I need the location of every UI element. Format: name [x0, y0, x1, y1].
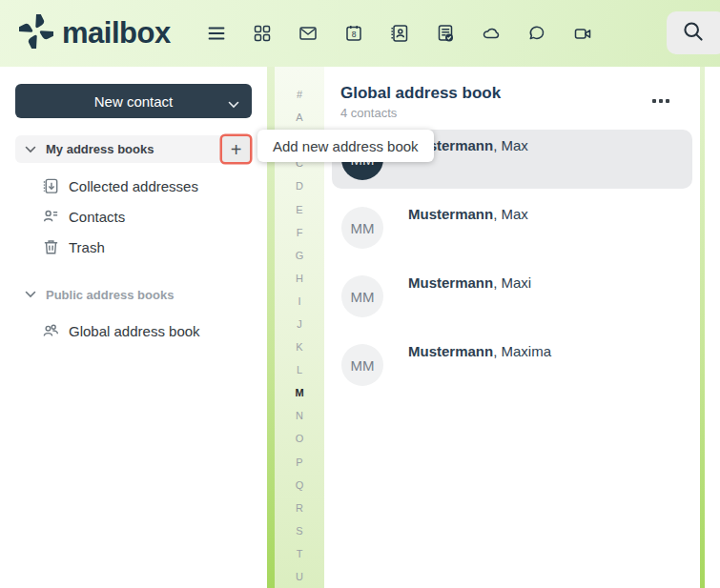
chevron-down-icon	[25, 145, 36, 154]
sidebar-item-contacts[interactable]: Contacts	[15, 201, 252, 232]
my-address-books-label: My address books	[46, 142, 154, 156]
alphabet-letter[interactable]: R	[275, 497, 324, 519]
add-address-book-button[interactable]: +	[222, 136, 250, 162]
page-title: Global address book	[340, 84, 684, 103]
public-address-books-label: Public address books	[46, 288, 174, 302]
my-address-books-list: Collected addresses Contacts	[15, 171, 252, 262]
contact-lastname: Mustermann	[408, 274, 493, 291]
calendar-icon[interactable]: 8	[331, 10, 377, 56]
alphabet-letter[interactable]: M	[275, 381, 324, 404]
alphabet-letter[interactable]: J	[275, 313, 324, 335]
contact-list-header: Global address book 4 contacts	[324, 67, 700, 130]
tasks-icon[interactable]	[422, 10, 468, 56]
contact-name: Mustermann, Maxima	[408, 343, 551, 359]
alphabet-letter[interactable]: K	[275, 335, 324, 358]
public-address-books-list: Global address book	[15, 315, 252, 346]
alphabet-letter[interactable]: O	[275, 427, 324, 450]
tooltip-text: Add new address book	[273, 138, 419, 154]
alphabet-letter[interactable]: #	[275, 83, 324, 106]
chat-icon[interactable]	[514, 10, 560, 56]
detail-pane-edge	[705, 67, 720, 588]
search-icon	[681, 19, 706, 48]
avatar: MM	[341, 344, 383, 386]
sidebar-item-trash[interactable]: Trash	[15, 232, 252, 262]
contact-list: MM Mustermann, Max MM Mustermann, Max MM…	[324, 130, 700, 395]
sidebar-item-label: Global address book	[69, 323, 200, 339]
global-address-book-icon	[42, 322, 60, 340]
alphabet-letter[interactable]: T	[275, 542, 324, 565]
contact-firstname: , Maxi	[493, 274, 531, 291]
avatar: MM	[341, 275, 383, 317]
contacts-icon	[42, 208, 60, 226]
alphabet-letter[interactable]: A	[275, 106, 324, 129]
alphabet-letter[interactable]: Q	[275, 474, 324, 497]
avatar: MM	[341, 207, 383, 249]
my-address-books-header[interactable]: My address books +	[15, 135, 252, 163]
new-contact-button[interactable]: New contact	[15, 84, 252, 118]
chevron-down-icon	[228, 96, 239, 112]
alphabet-letter[interactable]: U	[275, 565, 324, 588]
sidebar-item-label: Contacts	[69, 209, 125, 225]
menu-icon[interactable]	[194, 10, 239, 56]
alphabet-letter[interactable]: S	[275, 519, 324, 542]
svg-text:8: 8	[351, 30, 356, 39]
alphabet-letter[interactable]: P	[275, 451, 324, 474]
contact-name: Mustermann, Max	[408, 206, 528, 222]
alphabet-letter[interactable]: E	[275, 197, 324, 220]
alphabet-letter[interactable]: L	[275, 358, 324, 381]
alphabet-letter[interactable]: G	[275, 244, 324, 267]
contact-list-item[interactable]: MM Mustermann, Maxima	[332, 335, 692, 395]
sidebar-item-collected-addresses[interactable]: Collected addresses	[15, 171, 252, 201]
new-contact-label: New contact	[94, 93, 174, 110]
collected-addresses-icon	[42, 177, 60, 195]
contact-list-item[interactable]: MM Mustermann, Max	[332, 198, 692, 257]
more-options-icon[interactable]	[652, 99, 669, 103]
sidebar: New contact My address books + Collected…	[0, 67, 267, 588]
logo-wordmark: mailbox	[62, 16, 171, 51]
search-button[interactable]	[667, 11, 720, 54]
address-book-icon[interactable]	[377, 10, 422, 56]
apps-grid-icon[interactable]	[239, 10, 285, 56]
contact-lastname: Mustermann	[408, 343, 493, 359]
video-icon[interactable]	[560, 10, 606, 56]
alphabet-letter[interactable]: N	[275, 404, 324, 427]
public-address-books-header[interactable]: Public address books	[15, 281, 252, 308]
mailbox-logo[interactable]: mailbox	[19, 14, 171, 52]
tooltip: Add new address book	[257, 130, 434, 162]
alphabet-letter[interactable]: F	[275, 221, 324, 244]
topbar: mailbox 8	[0, 0, 720, 67]
alphabet-letter[interactable]: D	[275, 174, 324, 197]
mail-icon[interactable]	[285, 10, 331, 56]
contact-name: Mustermann, Maxi	[408, 274, 531, 291]
contact-list-item[interactable]: MM Mustermann, Maxi	[332, 267, 692, 326]
contact-lastname: Mustermann	[408, 206, 493, 222]
sidebar-item-global-address-book[interactable]: Global address book	[15, 315, 252, 346]
contact-firstname: , Maxima	[493, 343, 551, 359]
trash-icon	[42, 238, 60, 256]
sidebar-item-label: Collected addresses	[69, 178, 198, 194]
chevron-down-icon	[25, 290, 36, 299]
topbar-nav: 8	[194, 10, 606, 56]
contact-count: 4 contacts	[340, 106, 684, 120]
alphabet-letter[interactable]: H	[275, 267, 324, 290]
mailbox-logo-icon	[19, 14, 53, 52]
contact-firstname: , Max	[493, 206, 528, 222]
alphabet-letter[interactable]: I	[275, 290, 324, 313]
cloud-icon[interactable]	[468, 10, 514, 56]
sidebar-item-label: Trash	[69, 239, 105, 255]
contact-firstname: , Max	[493, 137, 528, 153]
